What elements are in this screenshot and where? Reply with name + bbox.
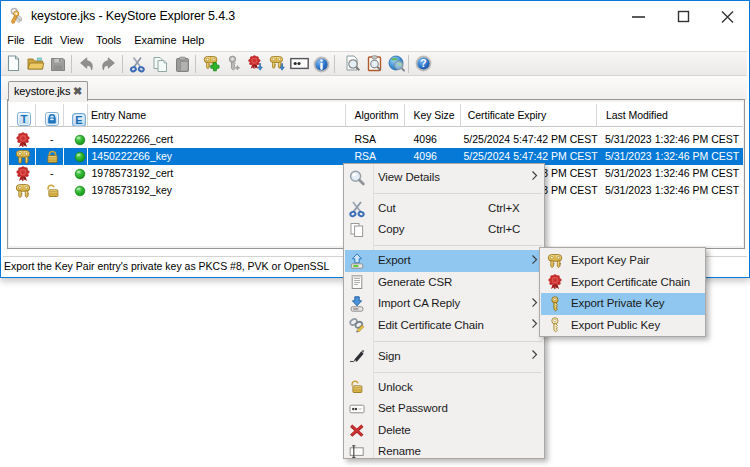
svg-text:E: E (75, 114, 82, 126)
svg-text:?: ? (420, 57, 426, 69)
svg-text:T: T (20, 113, 27, 125)
